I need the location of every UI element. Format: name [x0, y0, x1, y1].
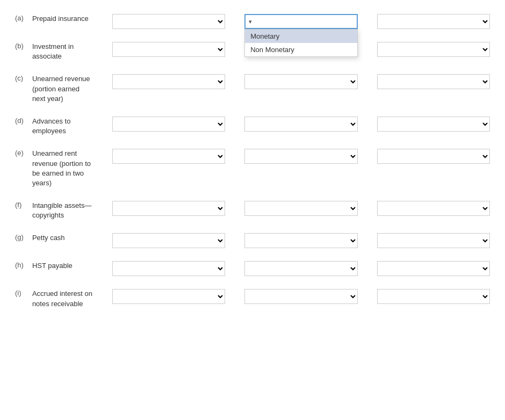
dropdown-col1-e[interactable]	[112, 149, 225, 164]
dropdown-item-monetary[interactable]: Monetary	[245, 30, 357, 43]
dropdown-col2-g[interactable]: MonetaryNon Monetary	[244, 233, 358, 248]
row-label-a: Prepaid insurance	[28, 11, 97, 32]
dropdown-col1-f[interactable]	[112, 201, 225, 216]
select-col1-i	[108, 286, 229, 312]
select-col1-a	[108, 11, 229, 32]
row-letter-h: (h)	[11, 258, 28, 279]
row-letter-a: (a)	[11, 11, 28, 32]
dropdown-col2-i[interactable]: MonetaryNon Monetary	[244, 289, 358, 304]
dropdown-col1-i[interactable]	[112, 289, 225, 304]
select-col3-a	[373, 11, 494, 32]
row-label-e: Unearned rent revenue (portion to be ear…	[28, 146, 97, 191]
select-col3-h	[373, 258, 494, 279]
dropdown-col2-e[interactable]: MonetaryNon Monetary	[244, 149, 358, 164]
spacer-row	[11, 223, 494, 230]
select-col3-e	[373, 146, 494, 191]
table-row: (i)Accrued interest on notes receivableM…	[11, 286, 494, 312]
table-row: (e)Unearned rent revenue (portion to be …	[11, 146, 494, 191]
dropdown-list-a: MonetaryNon Monetary	[244, 29, 358, 57]
select-col3-i	[373, 286, 494, 312]
spacer-row	[11, 279, 494, 286]
row-letter-g: (g)	[11, 230, 28, 251]
table-row: (f)Intangible assets—copyrightsMonetaryN…	[11, 198, 494, 223]
spacer-row	[11, 107, 494, 113]
dropdown-col2-c[interactable]: MonetaryNon Monetary	[244, 74, 358, 89]
select-col2-i: MonetaryNon Monetary	[240, 286, 362, 312]
select-col2-g: MonetaryNon Monetary	[240, 230, 362, 251]
row-letter-d: (d)	[11, 113, 28, 139]
select-col3-f	[373, 198, 494, 223]
select-col3-b	[373, 39, 494, 64]
select-col1-g	[108, 230, 229, 251]
select-col2-e: MonetaryNon Monetary	[240, 146, 362, 191]
row-label-b: Investment in associate	[28, 39, 97, 64]
dropdown-col3-f[interactable]	[377, 201, 490, 216]
dropdown-col2-h[interactable]: MonetaryNon Monetary	[244, 261, 358, 276]
main-form-table: (a)Prepaid insuranceMonetaryNon Monetary…	[11, 11, 494, 318]
dropdown-col3-d[interactable]	[377, 117, 490, 132]
dropdown-open-wrapper-a: MonetaryNon Monetary	[244, 14, 358, 29]
row-label-i: Accrued interest on notes receivable	[28, 286, 97, 312]
dropdown-col1-b[interactable]	[112, 42, 225, 57]
row-letter-f: (f)	[11, 198, 28, 223]
spacer-row	[11, 139, 494, 146]
dropdown-col1-a[interactable]	[112, 14, 225, 29]
dropdown-col1-c[interactable]	[112, 74, 225, 89]
table-row: (a)Prepaid insuranceMonetaryNon Monetary	[11, 11, 494, 32]
dropdown-trigger-a[interactable]	[244, 14, 358, 29]
table-row: (g)Petty cashMonetaryNon Monetary	[11, 230, 494, 251]
row-letter-i: (i)	[11, 286, 28, 312]
dropdown-col3-b[interactable]	[377, 42, 490, 57]
select-col1-f	[108, 198, 229, 223]
select-col2-d: MonetaryNon Monetary	[240, 113, 362, 139]
dropdown-col1-h[interactable]	[112, 261, 225, 276]
row-letter-e: (e)	[11, 146, 28, 191]
select-col1-e	[108, 146, 229, 191]
row-label-f: Intangible assets—copyrights	[28, 198, 97, 223]
spacer-row	[11, 191, 494, 198]
row-label-h: HST payable	[28, 258, 97, 279]
select-col1-d	[108, 113, 229, 139]
table-row: (h)HST payableMonetaryNon Monetary	[11, 258, 494, 279]
select-col2-h: MonetaryNon Monetary	[240, 258, 362, 279]
dropdown-col1-d[interactable]	[112, 117, 225, 132]
row-letter-c: (c)	[11, 71, 28, 107]
row-letter-b: (b)	[11, 39, 28, 64]
table-row: (c)Unearned revenue (portion earned next…	[11, 71, 494, 107]
dropdown-col1-g[interactable]	[112, 233, 225, 248]
dropdown-col3-c[interactable]	[377, 74, 490, 89]
dropdown-col3-e[interactable]	[377, 149, 490, 164]
row-label-c: Unearned revenue (portion earned next ye…	[28, 71, 97, 107]
select-col2-a: MonetaryNon Monetary	[240, 11, 362, 32]
table-row: (d)Advances to employeesMonetaryNon Mone…	[11, 113, 494, 139]
spacer-row	[11, 251, 494, 258]
dropdown-col2-d[interactable]: MonetaryNon Monetary	[244, 117, 358, 132]
dropdown-col3-h[interactable]	[377, 261, 490, 276]
select-col1-c	[108, 71, 229, 107]
select-col3-c	[373, 71, 494, 107]
spacer-row	[11, 64, 494, 71]
select-col2-c: MonetaryNon Monetary	[240, 71, 362, 107]
select-col3-d	[373, 113, 494, 139]
dropdown-item-non_monetary[interactable]: Non Monetary	[245, 43, 357, 56]
row-label-d: Advances to employees	[28, 113, 97, 139]
spacer-row	[11, 312, 494, 318]
dropdown-col3-i[interactable]	[377, 289, 490, 304]
select-col1-h	[108, 258, 229, 279]
select-col3-g	[373, 230, 494, 251]
row-label-g: Petty cash	[28, 230, 97, 251]
dropdown-col2-f[interactable]: MonetaryNon Monetary	[244, 201, 358, 216]
dropdown-col3-g[interactable]	[377, 233, 490, 248]
dropdown-col3-a[interactable]	[377, 14, 490, 29]
select-col2-f: MonetaryNon Monetary	[240, 198, 362, 223]
select-col1-b	[108, 39, 229, 64]
